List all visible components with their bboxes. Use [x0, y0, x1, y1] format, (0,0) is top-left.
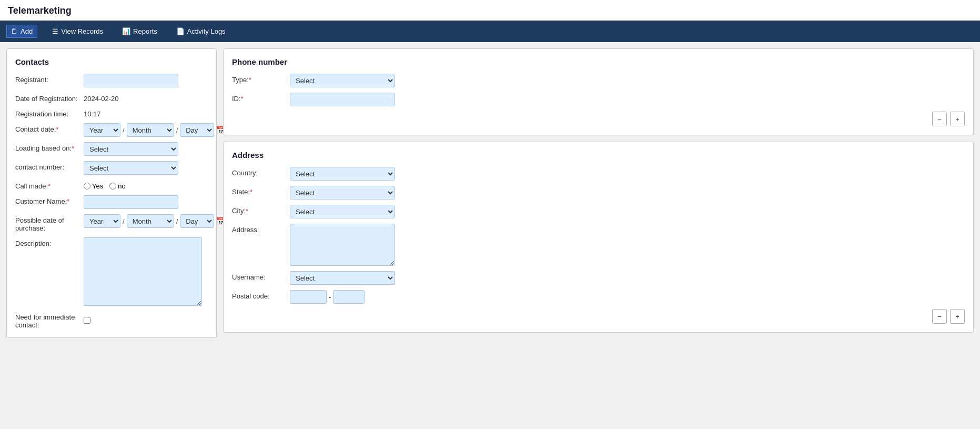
postal-code-label: Postal code: [232, 290, 290, 300]
toolbar-add-button[interactable]: 🗒 Add [6, 25, 37, 38]
plus-icon: + [955, 115, 959, 123]
toolbar-activity-logs-button[interactable]: 📄 Activity Logs [172, 25, 230, 37]
activity-logs-icon: 📄 [176, 27, 185, 35]
registration-time-label: Registration time: [15, 108, 84, 118]
page-title: Telemarketing [0, 0, 980, 21]
city-row: City:* Select [232, 205, 965, 218]
call-made-radio-group: Yes no [84, 180, 126, 190]
contact-date-row: Contact date:* Year / Month / Day 📅 [15, 123, 208, 137]
address-minus-icon: − [937, 313, 942, 321]
contact-date-day-select[interactable]: Day [180, 123, 214, 137]
state-select[interactable]: Select [290, 186, 395, 199]
add-icon: 🗒 [11, 27, 18, 35]
username-select[interactable]: Select [290, 271, 395, 285]
phone-type-select[interactable]: Select [290, 74, 395, 87]
add-label: Add [21, 27, 33, 35]
immediate-contact-label: Need for immediate contact: [15, 311, 84, 329]
contact-number-label: contact number: [15, 161, 84, 171]
loading-based-on-label: Loading based on:* [15, 142, 84, 152]
call-made-label: Call made:* [15, 180, 84, 190]
postal-code-input2[interactable] [333, 290, 365, 304]
right-panel: Phone number Type:* Select ID:* − [223, 48, 974, 338]
phone-add-button[interactable]: + [950, 112, 965, 126]
phone-number-title: Phone number [232, 57, 965, 66]
immediate-contact-row: Need for immediate contact: [15, 311, 208, 329]
address-panel-footer: − + [232, 309, 965, 324]
toolbar-view-records-button[interactable]: ☰ View Records [48, 25, 107, 37]
phone-type-label: Type:* [232, 74, 290, 84]
postal-code-group: - [290, 290, 365, 304]
date-of-registration-label: Date of Registration: [15, 93, 84, 103]
reports-label: Reports [133, 27, 157, 35]
toolbar: 🗒 Add ☰ View Records 📊 Reports 📄 Activit… [0, 21, 980, 42]
contact-date-month-select[interactable]: Month [127, 123, 174, 137]
phone-panel-footer: − + [232, 112, 965, 126]
loading-based-on-select[interactable]: Select [84, 142, 178, 156]
customer-name-label: Customer Name:* [15, 195, 84, 205]
description-label: Description: [15, 237, 84, 247]
postal-code-input1[interactable] [290, 290, 327, 304]
call-made-no-text: no [118, 182, 125, 190]
address-textarea[interactable] [290, 224, 395, 266]
phone-id-row: ID:* [232, 93, 965, 106]
username-label: Username: [232, 271, 290, 281]
view-records-icon: ☰ [52, 27, 58, 35]
call-made-yes-label[interactable]: Yes [84, 182, 103, 190]
phone-remove-button[interactable]: − [932, 112, 947, 126]
registrant-label: Registrant: [15, 74, 84, 84]
customer-name-row: Customer Name:* [15, 195, 208, 209]
phone-number-panel: Phone number Type:* Select ID:* − [223, 48, 974, 135]
phone-type-row: Type:* Select [232, 74, 965, 87]
contacts-title: Contacts [15, 57, 208, 66]
country-row: Country: Select [232, 167, 965, 181]
postal-dash: - [329, 293, 331, 301]
address-panel: Address Country: Select State:* Select [223, 142, 974, 333]
view-records-label: View Records [61, 27, 103, 35]
possible-date-day-select[interactable]: Day [180, 214, 214, 228]
possible-date-row: Possible date of purchase: Year / Month … [15, 214, 208, 232]
call-made-yes-text: Yes [92, 182, 103, 190]
possible-date-month-select[interactable]: Month [127, 214, 174, 228]
loading-based-on-row: Loading based on:* Select [15, 142, 208, 156]
state-label: State:* [232, 186, 290, 196]
registrant-row: Registrant: [15, 74, 208, 87]
activity-logs-label: Activity Logs [187, 27, 226, 35]
customer-name-input[interactable] [84, 195, 178, 209]
address-add-button[interactable]: + [950, 309, 965, 324]
address-plus-icon: + [955, 313, 959, 321]
registration-time-value: 10:17 [84, 108, 101, 118]
contact-number-select[interactable]: Select [84, 161, 178, 175]
city-select[interactable]: Select [290, 205, 395, 218]
reports-icon: 📊 [122, 27, 130, 35]
phone-id-input[interactable] [290, 93, 395, 106]
address-title: Address [232, 151, 965, 159]
possible-date-group: Year / Month / Day 📅 [84, 214, 225, 228]
contact-date-label: Contact date:* [15, 123, 84, 133]
date-of-registration-row: Date of Registration: 2024-02-20 [15, 93, 208, 103]
contact-date-year-select[interactable]: Year [84, 123, 120, 137]
state-row: State:* Select [232, 186, 965, 199]
city-label: City:* [232, 205, 290, 215]
registrant-input[interactable] [84, 74, 178, 87]
description-textarea[interactable] [84, 237, 202, 306]
description-row: Description: [15, 237, 208, 306]
username-row: Username: Select [232, 271, 965, 285]
contact-number-row: contact number: Select [15, 161, 208, 175]
toolbar-reports-button[interactable]: 📊 Reports [118, 25, 161, 37]
country-label: Country: [232, 167, 290, 177]
minus-icon: − [937, 115, 942, 123]
address-field-label: Address: [232, 224, 290, 234]
possible-date-label: Possible date of purchase: [15, 214, 84, 232]
postal-code-row: Postal code: - [232, 290, 965, 304]
contacts-panel: Contacts Registrant: Date of Registratio… [6, 48, 217, 338]
call-made-no-label[interactable]: no [109, 182, 125, 190]
call-made-yes-radio[interactable] [84, 183, 90, 189]
contact-date-group: Year / Month / Day 📅 [84, 123, 225, 137]
country-select[interactable]: Select [290, 167, 395, 181]
call-made-no-radio[interactable] [109, 183, 116, 189]
possible-date-year-select[interactable]: Year [84, 214, 120, 228]
address-remove-button[interactable]: − [932, 309, 947, 324]
phone-id-label: ID:* [232, 93, 290, 103]
address-field-row: Address: [232, 224, 965, 266]
immediate-contact-checkbox[interactable] [84, 317, 90, 324]
